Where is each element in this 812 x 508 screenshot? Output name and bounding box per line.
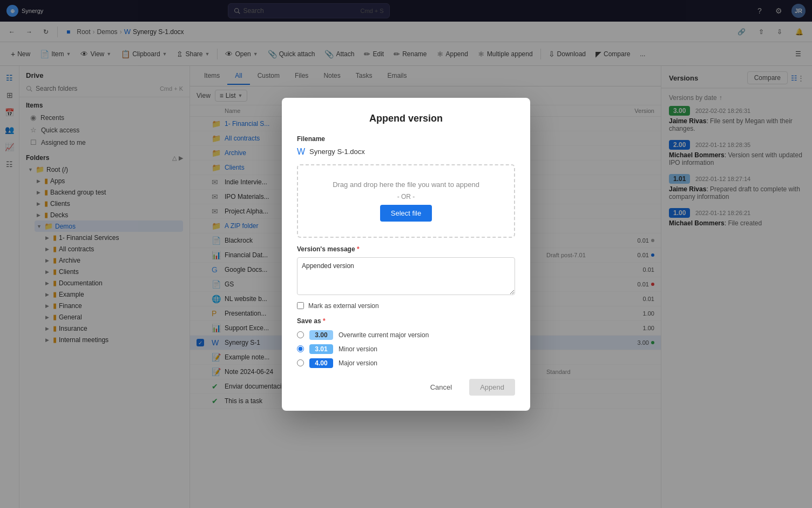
- radio-overwrite[interactable]: [297, 331, 304, 338]
- label-major: Major version: [339, 359, 377, 367]
- external-version-row: Mark as external version: [297, 302, 515, 310]
- append-version-modal: Append version Filename W Synergy S-1.do…: [282, 98, 530, 411]
- version-message-textarea[interactable]: Appended version: [297, 257, 515, 295]
- save-option-major: 4.00 Major version: [297, 358, 515, 368]
- pill-major: 4.00: [309, 358, 333, 368]
- radio-minor[interactable]: [297, 345, 304, 352]
- pill-overwrite: 3.00: [309, 330, 333, 340]
- save-option-overwrite: 3.00 Overwrite current major version: [297, 330, 515, 340]
- label-overwrite: Overwrite current major version: [339, 331, 429, 339]
- modal-overlay: Append version Filename W Synergy S-1.do…: [0, 0, 812, 508]
- filename-label: Filename: [297, 135, 515, 143]
- modal-filename-row: W Synergy S-1.docx: [297, 147, 515, 157]
- pill-minor: 3.01: [309, 344, 333, 354]
- dropzone-text: Drag and drop here the file you want to …: [309, 181, 503, 189]
- save-as-required: *: [323, 317, 326, 325]
- save-as-options: 3.00 Overwrite current major version 3.0…: [297, 330, 515, 368]
- radio-major[interactable]: [297, 359, 304, 366]
- modal-dropzone[interactable]: Drag and drop here the file you want to …: [297, 164, 515, 238]
- word-file-icon: W: [297, 147, 305, 157]
- cancel-button[interactable]: Cancel: [419, 379, 463, 396]
- version-message-label: Version's message *: [297, 245, 515, 253]
- select-file-button[interactable]: Select file: [380, 205, 432, 222]
- save-option-minor: 3.01 Minor version: [297, 344, 515, 354]
- external-version-checkbox[interactable]: [297, 302, 304, 309]
- append-button-modal[interactable]: Append: [469, 379, 515, 396]
- modal-title: Append version: [297, 113, 515, 124]
- modal-or: - OR -: [309, 193, 503, 200]
- external-version-label: Mark as external version: [308, 302, 379, 310]
- save-as-label: Save as *: [297, 317, 515, 325]
- label-minor: Minor version: [339, 345, 377, 353]
- modal-filename-text: Synergy S-1.docx: [309, 148, 365, 156]
- modal-footer: Cancel Append: [297, 379, 515, 396]
- required-star: *: [357, 245, 360, 253]
